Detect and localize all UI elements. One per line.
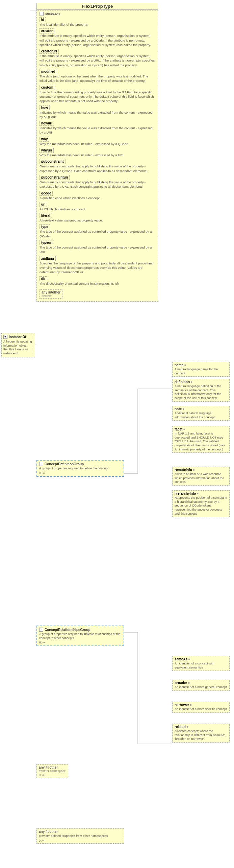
right-sameas-box: sameAs ■ An identifier of a concept with… bbox=[172, 656, 230, 671]
attr-typeuri-name: typeuri bbox=[40, 240, 54, 245]
concept-definition-cardinality: 0..∞ bbox=[39, 471, 122, 475]
attr-dir: dir The directionality of textual conten… bbox=[40, 276, 155, 286]
attr-pubconstraint-name: pubconstraint bbox=[40, 159, 66, 164]
attr-creator: creator If the attribute is empty, speci… bbox=[40, 28, 155, 47]
attr-id-desc: The local identifier of the property. bbox=[40, 22, 155, 27]
right-hierarchyinfo-desc: Represents the position of a concept in … bbox=[175, 496, 227, 516]
attr-literal-name: literal bbox=[40, 213, 52, 218]
attr-pubconstraint: pubconstraint One or many constraints th… bbox=[40, 159, 155, 173]
concept-relationships-cardinality: 0..∞ bbox=[39, 641, 122, 644]
concept-relationships-group-box: - ConceptRelationshipsGroup A group of p… bbox=[36, 626, 124, 646]
right-name-box: name ■ A natural language name for the c… bbox=[172, 362, 230, 377]
attr-modified: modified The date (and, optionally, the … bbox=[40, 69, 155, 83]
right-note-desc: Additional natural language information … bbox=[175, 412, 227, 419]
right-note-title: note ■ bbox=[175, 407, 227, 411]
instance-expand-icon[interactable]: + bbox=[3, 335, 7, 339]
attr-why: why Why the metadata has been included -… bbox=[40, 137, 155, 146]
cdg-expand-icon[interactable]: - bbox=[39, 462, 43, 466]
concept-relationships-group-title: - ConceptRelationshipsGroup bbox=[39, 628, 122, 632]
attr-dir-name: dir bbox=[40, 276, 47, 281]
attributes-label: attributes bbox=[45, 12, 60, 16]
right-sameas-desc: An identifier of a concept with equivale… bbox=[175, 662, 227, 670]
concept-relationships-group-desc: A group of properties required to indica… bbox=[39, 632, 122, 640]
attr-whyuri: whyuri Why the metadata has been include… bbox=[40, 148, 155, 157]
attr-howuri-desc: Indicates by which means the value was e… bbox=[40, 126, 155, 135]
attr-pubconstrainturi-name: pubconstrainturi bbox=[40, 175, 70, 180]
right-definition-title: definition ■ bbox=[175, 380, 227, 384]
attr-xmllang: xmllang Specifies the language of this p… bbox=[40, 256, 155, 275]
attr-howuri: howuri Indicates by which means the valu… bbox=[40, 121, 155, 135]
attr-pubconstraint-desc: One or many constraints that apply to pu… bbox=[40, 164, 155, 173]
right-broader-desc: An identifier of a more general concept bbox=[175, 685, 227, 689]
right-remoteinfo-title: remoteInfo ■ bbox=[175, 468, 227, 472]
attr-why-desc: Why the metadata has been included - exp… bbox=[40, 142, 155, 146]
attributes-section-header: - attributes bbox=[40, 12, 155, 16]
right-hierarchyinfo-title: hierarchyInfo ■ bbox=[175, 492, 227, 495]
attr-type-name: type bbox=[40, 224, 50, 229]
right-facet-desc: In NAR 1.8 and later, facet is deprecate… bbox=[175, 432, 227, 451]
attr-literal-desc: A free-text value assigned as property v… bbox=[40, 218, 155, 222]
attr-uri: uri A URI which identifies a concept. bbox=[40, 202, 155, 211]
instance-of-box: + instanceOf A frequently updating infor… bbox=[1, 333, 35, 357]
attr-modified-name: modified bbox=[40, 69, 57, 74]
right-broader-box: broader ■ An identifier of a more genera… bbox=[172, 680, 230, 691]
attr-creatoruri: creatoruri If the attribute is empty, sp… bbox=[40, 49, 155, 67]
attr-qcode-name: qcode bbox=[40, 191, 53, 196]
attr-literal: literal A free-text value assigned as pr… bbox=[40, 213, 155, 222]
attr-howuri-name: howuri bbox=[40, 121, 54, 126]
attr-custom: custom If set to true the corresponding … bbox=[40, 85, 155, 103]
attr-dir-desc: The directionality of textual content (e… bbox=[40, 281, 155, 286]
right-narrower-box: narrower ■ An identifier of a more speci… bbox=[172, 702, 230, 713]
right-note-box: note ■ Additional natural language infor… bbox=[172, 406, 230, 421]
main-attributes-box: - attributes id The local identifier of … bbox=[36, 10, 158, 302]
bottom-any-other-label: any ##other bbox=[39, 766, 66, 769]
bottom-any-other-sub: ##other namespace bbox=[39, 769, 66, 773]
attr-how: how Indicates by which means the value w… bbox=[40, 105, 155, 119]
attr-modified-desc: The date (and, optionally, the time) whe… bbox=[40, 74, 155, 83]
right-narrower-title: narrower ■ bbox=[175, 703, 227, 707]
attr-pubconstrainturi-desc: One or many constraints that apply to pu… bbox=[40, 180, 155, 189]
attr-type-desc: The type of the concept assigned as cont… bbox=[40, 229, 155, 238]
diagram-title: Flex1PropType bbox=[36, 3, 158, 10]
right-related-desc: A related concept; where the relationshi… bbox=[175, 729, 227, 741]
footer-any-other-sub: provider-defined properties from other n… bbox=[39, 834, 122, 838]
attr-whyuri-desc: Why the metadata has been included - exp… bbox=[40, 153, 155, 157]
right-definition-box: definition ■ A natural language definiti… bbox=[172, 379, 230, 402]
attr-uri-desc: A URI which identifies a concept. bbox=[40, 207, 155, 211]
attr-xmllang-name: xmllang bbox=[40, 256, 56, 261]
right-facet-title: facet ■ bbox=[175, 427, 227, 431]
collapse-icon[interactable]: - bbox=[40, 12, 44, 16]
attr-uri-name: uri bbox=[40, 202, 47, 207]
attr-id-name: id bbox=[40, 17, 46, 22]
footer-any-other-cardinality: 0..∞ bbox=[39, 839, 122, 842]
attr-id: id The local identifier of the property. bbox=[40, 17, 155, 27]
attr-why-name: why bbox=[40, 137, 49, 142]
attr-xmllang-desc: Specifies the language of this property … bbox=[40, 261, 155, 275]
bottom-any-other-box: any ##other ##other namespace 0..∞ bbox=[36, 764, 68, 778]
right-definition-desc: A natural language definition of the sem… bbox=[175, 384, 227, 400]
attr-typeuri: typeuri The type of the concept assigned… bbox=[40, 240, 155, 254]
concept-definition-group-desc: A group of properties required to define… bbox=[39, 467, 122, 471]
attr-creatoruri-desc: If the attribute is empty, specifies whi… bbox=[40, 54, 155, 67]
crg-expand-icon[interactable]: - bbox=[39, 628, 43, 632]
right-broader-title: broader ■ bbox=[175, 681, 227, 685]
concept-definition-group-title: - ConceptDefinitionGroup bbox=[39, 462, 122, 466]
any-other-box: any ##other ##other bbox=[40, 289, 62, 299]
attr-creator-name: creator bbox=[40, 28, 54, 33]
right-remoteinfo-desc: A link to an item or a web resource whic… bbox=[175, 472, 227, 484]
attr-qcode-desc: A qualified code which identifies a conc… bbox=[40, 196, 155, 200]
right-sameas-title: sameAs ■ bbox=[175, 657, 227, 661]
attr-how-name: how bbox=[40, 105, 50, 110]
right-remoteinfo-box: remoteInfo ■ A link to an item or a web … bbox=[172, 467, 230, 486]
right-facet-box: facet ■ In NAR 1.8 and later, facet is d… bbox=[172, 426, 230, 453]
right-hierarchyinfo-box: hierarchyInfo ■ Represents the position … bbox=[172, 490, 230, 517]
instance-of-title: + instanceOf bbox=[3, 335, 33, 339]
attr-typeuri-desc: The type of the concept assigned as cont… bbox=[40, 245, 155, 254]
right-name-desc: A natural language name for the concept. bbox=[175, 368, 227, 375]
bottom-any-other-cardinality: 0..∞ bbox=[39, 773, 66, 777]
any-other-sub: ##other bbox=[42, 294, 60, 298]
footer-any-other-label: any ##other bbox=[39, 830, 122, 834]
attr-custom-name: custom bbox=[40, 85, 55, 90]
attr-how-desc: Indicates by which means the value was e… bbox=[40, 110, 155, 119]
right-related-title: related ■ bbox=[175, 725, 227, 729]
